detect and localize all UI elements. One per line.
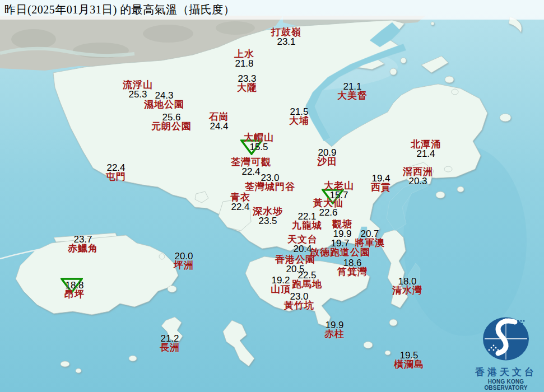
station-label: 23.0荃灣城門谷 — [245, 174, 295, 192]
station-value: 22.5 — [292, 271, 322, 279]
hko-logo-name-cn: 香港天文台 — [469, 366, 542, 379]
station-name: 九龍城 — [292, 221, 322, 231]
station-name: 西貢 — [371, 183, 391, 193]
station-name: 黃竹坑 — [284, 301, 314, 311]
station-value: 24.4 — [209, 122, 229, 130]
station-value: 23.7 — [68, 235, 98, 244]
title-bar: 昨日(2025年01月31日) 的最高氣溫（攝氏度） — [0, 0, 544, 20]
station-label: 觀塘19.9 — [332, 220, 352, 238]
station-name: 大美督 — [337, 91, 368, 101]
station-name: 坪洲 — [174, 260, 194, 270]
station-value: 15.5 — [244, 143, 274, 151]
station-value: 25.6 — [151, 113, 192, 122]
station-label: 18.6筲箕灣 — [337, 259, 368, 277]
station-label: 21.1大美督 — [337, 82, 368, 101]
station-value: 21.8 — [234, 59, 254, 68]
station-label: 25.6元朗公園 — [151, 113, 192, 132]
station-label: 23.3大隴 — [237, 74, 257, 93]
station-value: 23.0 — [284, 292, 314, 301]
station-name: 荃灣城門谷 — [245, 182, 295, 192]
station-value: 20.4 — [287, 245, 318, 253]
station-value: 22.1 — [292, 212, 322, 221]
station-label: 24.3濕地公園 — [144, 91, 184, 110]
station-value: 19.7 — [310, 239, 370, 248]
station-label: 23.0黃竹坑 — [284, 292, 314, 311]
station-value: 19.4 — [371, 174, 391, 183]
station-value: 22.4 — [230, 203, 250, 211]
station-label: 打鼓嶺23.1 — [271, 27, 301, 46]
station-name: 屯門 — [106, 172, 126, 182]
station-name: 昂坪 — [64, 290, 85, 300]
station-label: 上水21.8 — [234, 49, 254, 68]
station-value: 22.4 — [106, 164, 126, 172]
station-name: 啟德跑道公園 — [310, 248, 370, 258]
station-value: 20.3 — [403, 177, 433, 185]
station-value: 23.0 — [245, 174, 295, 182]
page-title: 昨日(2025年01月31日) 的最高氣溫（攝氏度） — [0, 2, 235, 17]
station-name: 元朗公園 — [151, 122, 192, 132]
station-label: 23.7赤鱲角 — [68, 235, 98, 254]
station-label: 18.0清水灣 — [392, 277, 422, 296]
station-value: 19.2 — [271, 276, 291, 284]
station-value: 20.0 — [174, 252, 194, 260]
station-label: 19.4西貢 — [371, 174, 391, 193]
station-value: 21.4 — [411, 150, 441, 158]
station-name: 大隴 — [237, 83, 257, 93]
station-label: 22.1九龍城 — [292, 212, 322, 231]
station-value: 21.2 — [160, 334, 180, 343]
station-label: 19.7啟德跑道公園 — [310, 239, 370, 258]
hko-max-temperature-map: 昨日(2025年01月31日) 的最高氣溫（攝氏度） 打鼓嶺23.1上水21.8… — [0, 0, 544, 392]
hko-logo-icon — [482, 316, 529, 362]
station-value: 20.7 — [355, 230, 385, 238]
station-name: 筲箕灣 — [337, 267, 368, 277]
station-label: 滘西洲20.3 — [403, 167, 433, 185]
hko-logo: 香港天文台 HONG KONG OBSERVATORY — [469, 316, 542, 391]
station-value: 20.9 — [317, 148, 337, 157]
station-label: 19.5橫瀾島 — [394, 351, 424, 370]
station-name: 橫瀾島 — [394, 360, 424, 370]
hong-kong-map — [0, 0, 544, 392]
station-value: 21.1 — [337, 82, 368, 91]
station-name: 長洲 — [160, 343, 180, 353]
station-value: 23.1 — [271, 38, 301, 46]
station-label: 20.0坪洲 — [174, 252, 194, 270]
station-value: 23.5 — [253, 217, 283, 225]
station-label: 21.2長洲 — [160, 334, 180, 353]
station-label: 20.9沙田 — [317, 148, 337, 167]
station-label: 青衣22.4 — [230, 193, 250, 211]
station-label: 北潭涌21.4 — [411, 139, 441, 158]
station-name: 沙田 — [317, 157, 337, 167]
station-value: 19.9 — [332, 230, 352, 238]
station-value: 19.9 — [324, 321, 345, 329]
station-label: 19.9赤柱 — [324, 321, 345, 339]
station-label: 21.5大埔 — [289, 108, 309, 126]
station-value: 23.3 — [237, 74, 257, 83]
station-value: 21.5 — [289, 108, 309, 116]
station-value: 18.8 — [64, 281, 85, 290]
station-value: 19.5 — [394, 351, 424, 360]
station-name: 赤鱲角 — [68, 244, 98, 254]
station-name: 大埔 — [289, 116, 309, 126]
station-label: 22.4屯門 — [106, 164, 126, 182]
station-label: 大帽山15.5 — [244, 133, 274, 151]
station-label: 深水埗23.5 — [253, 207, 283, 225]
station-label: 18.8昂坪 — [64, 281, 85, 300]
station-name: 清水灣 — [392, 286, 422, 296]
station-name: 濕地公園 — [144, 100, 184, 110]
station-name: 赤柱 — [324, 329, 345, 339]
station-label: 天文台20.4 — [287, 235, 318, 253]
station-label: 石崗24.4 — [209, 112, 229, 130]
station-name: 跑馬地 — [292, 279, 322, 290]
station-label: 22.5跑馬地 — [292, 271, 322, 290]
station-value: 18.6 — [337, 259, 368, 267]
station-value: 18.0 — [392, 277, 422, 286]
hko-logo-name-en: HONG KONG OBSERVATORY — [469, 379, 542, 391]
station-value: 24.3 — [144, 91, 184, 100]
station-label: 大老山15.7 — [324, 181, 354, 199]
